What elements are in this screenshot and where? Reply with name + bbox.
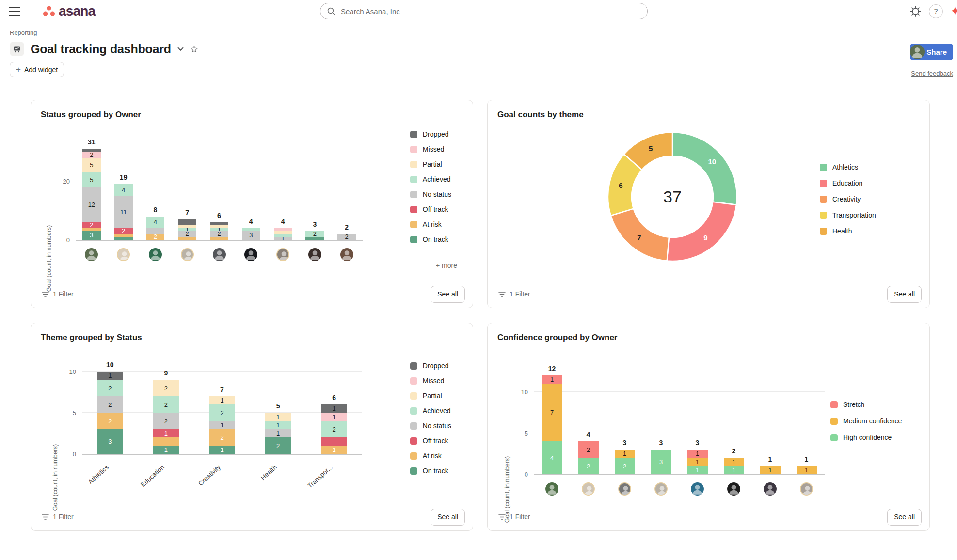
bar-segment-on_track[interactable]: 3 (97, 429, 123, 454)
donut-slice-athletics[interactable] (672, 132, 737, 205)
bar-segment-missed[interactable]: 1 (321, 413, 347, 421)
stacked-bar[interactable]: 2 (337, 234, 356, 240)
bar-segment-medium[interactable]: 7 (542, 384, 562, 441)
bar-segment-on_track[interactable] (305, 237, 324, 240)
filter-chip[interactable]: 1 Filter (498, 513, 530, 521)
stacked-bar[interactable]: 11222 (153, 380, 179, 454)
bar-segment-achieved[interactable]: 5 (82, 172, 101, 187)
bar-segment-off_track[interactable]: 1 (153, 429, 179, 437)
stacked-bar[interactable]: 22 (578, 441, 599, 474)
bar-segment-off_track[interactable] (321, 437, 347, 446)
stacked-bar[interactable]: 1211 (321, 404, 347, 454)
bar-segment-no_status[interactable]: 1 (274, 237, 292, 240)
bar-segment-high[interactable]: 3 (651, 450, 671, 474)
add-widget-button[interactable]: + Add widget (10, 62, 64, 77)
bar-segment-off_track[interactable]: 2 (82, 222, 101, 228)
bar-segment-achieved[interactable]: 2 (97, 380, 123, 396)
bar-segment-at_risk[interactable]: 1 (321, 446, 347, 454)
stacked-bar[interactable]: 3 (242, 228, 260, 240)
bar-segment-no_status[interactable]: 1 (265, 429, 291, 437)
bar-segment-medium[interactable]: 1 (797, 466, 817, 474)
bar-segment-on_track[interactable]: 2 (265, 437, 291, 454)
bar-segment-at_risk[interactable]: 2 (146, 234, 164, 240)
bar-segment-medium[interactable]: 1 (724, 458, 744, 466)
breadcrumb[interactable]: Reporting (10, 29, 957, 36)
bar-segment-dropped[interactable]: 1 (97, 372, 123, 380)
send-feedback-link[interactable]: Send feedback (911, 70, 953, 77)
bar-segment-no_status[interactable]: 1 (209, 421, 235, 429)
bar-segment-off_track[interactable]: 2 (114, 228, 133, 234)
stacked-bar[interactable]: 111 (687, 450, 708, 474)
bar-segment-dropped[interactable] (178, 219, 196, 225)
bar-segment-achieved[interactable]: 4 (146, 217, 164, 228)
bar-segment-high[interactable]: 1 (724, 466, 744, 474)
bar-segment-on_track[interactable]: 1 (209, 446, 235, 454)
bar-segment-achieved[interactable]: 4 (114, 184, 133, 196)
stacked-bar[interactable]: 12121 (209, 396, 235, 454)
stacked-bar[interactable]: 32221 (97, 372, 123, 454)
stacked-bar[interactable]: 1 (760, 466, 781, 474)
stacked-bar[interactable]: 3212552 (82, 149, 101, 240)
bar-segment-missed[interactable]: 2 (82, 152, 101, 158)
filter-chip[interactable]: 1 Filter (498, 290, 530, 298)
bar-segment-stretch[interactable]: 2 (578, 441, 599, 458)
donut-slice-education[interactable] (667, 202, 736, 261)
favorite-star-icon[interactable] (190, 45, 198, 53)
bar-segment-on_track[interactable]: 1 (153, 446, 179, 454)
bar-segment-no_status[interactable]: 2 (178, 231, 196, 237)
bar-segment-medium[interactable]: 1 (687, 458, 708, 466)
bar-segment-at_risk[interactable] (178, 237, 196, 240)
bar-segment-achieved[interactable]: 2 (153, 396, 179, 413)
stacked-bar[interactable]: 2114 (114, 184, 133, 240)
ai-sparkle-icon[interactable]: ✦ (950, 4, 957, 18)
stacked-bar[interactable]: 471 (542, 375, 562, 474)
stacked-bar[interactable]: 2111 (265, 413, 291, 454)
bar-segment-achieved[interactable]: 2 (321, 421, 347, 437)
bar-segment-no_status[interactable]: 2 (337, 234, 356, 240)
bar-segment-achieved[interactable]: 2 (305, 231, 324, 237)
see-all-button[interactable]: See all (887, 286, 922, 303)
stacked-bar[interactable]: 3 (651, 450, 671, 474)
legend-more-link[interactable]: + more (436, 262, 457, 269)
title-chevron-down-icon[interactable] (177, 47, 184, 51)
stacked-bar[interactable]: 21 (178, 219, 196, 240)
bar-segment-no_status[interactable]: 12 (82, 187, 101, 222)
bar-segment-at_risk[interactable] (210, 237, 228, 240)
bar-segment-at_risk[interactable] (153, 437, 179, 446)
bar-segment-medium[interactable]: 1 (760, 466, 781, 474)
bar-segment-partial[interactable]: 2 (153, 380, 179, 396)
bar-segment-stretch[interactable]: 1 (687, 450, 708, 458)
bar-segment-on_track[interactable]: 3 (82, 231, 101, 240)
bar-segment-no_status[interactable] (146, 228, 164, 234)
bar-segment-at_risk[interactable]: 2 (209, 429, 235, 446)
bar-segment-no_status[interactable]: 2 (153, 413, 179, 429)
stacked-bar[interactable]: 21 (615, 450, 635, 474)
bar-segment-high[interactable]: 4 (542, 441, 562, 474)
stacked-bar[interactable]: 1 (797, 466, 817, 474)
bar-segment-achieved[interactable]: 1 (265, 421, 291, 429)
stacked-bar[interactable]: 1 (274, 228, 292, 240)
bar-segment-at_risk[interactable]: 2 (97, 413, 123, 429)
bar-segment-high[interactable]: 1 (687, 466, 708, 474)
bar-segment-partial[interactable]: 5 (82, 158, 101, 172)
bar-segment-no_status[interactable]: 2 (97, 396, 123, 413)
bar-segment-high[interactable]: 2 (615, 458, 635, 474)
bar-segment-on_track[interactable] (114, 237, 133, 240)
bar-segment-no_status[interactable]: 2 (210, 231, 228, 237)
bar-segment-no_status[interactable]: 11 (114, 196, 133, 228)
see-all-button[interactable]: See all (431, 286, 465, 303)
bar-segment-partial[interactable]: 1 (265, 413, 291, 421)
help-icon[interactable]: ? (929, 4, 943, 18)
global-search[interactable] (320, 3, 648, 19)
search-input[interactable] (340, 7, 640, 16)
stacked-bar[interactable]: 11 (724, 458, 744, 474)
bar-segment-achieved[interactable]: 2 (209, 404, 235, 421)
see-all-button[interactable]: See all (431, 509, 465, 526)
bar-segment-medium[interactable]: 1 (615, 450, 635, 458)
bar-segment-stretch[interactable]: 1 (542, 375, 562, 384)
bar-segment-dropped[interactable]: 1 (321, 404, 347, 413)
stacked-bar[interactable]: 24 (146, 217, 164, 240)
settings-gear-icon[interactable] (909, 5, 922, 17)
stacked-bar[interactable]: 2 (305, 231, 324, 240)
sidebar-toggle-icon[interactable] (9, 7, 20, 16)
